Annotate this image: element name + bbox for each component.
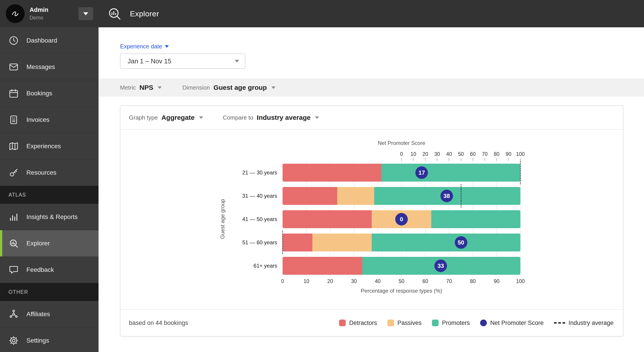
compare-to-label: Compare to [223, 114, 253, 121]
sidebar-item-experiences[interactable]: Experiences [0, 133, 98, 160]
map-icon [8, 141, 19, 151]
sidebar-section-atlas: ATLAS [0, 186, 98, 204]
industry-average-line [520, 161, 521, 184]
bar-segment-detractors [282, 187, 337, 205]
nps-axis-tick-label: 80 [494, 151, 500, 157]
pct-axis-tick-label: 0 [281, 278, 284, 284]
nps-axis-tick [449, 158, 449, 161]
nps-axis-tick [473, 158, 473, 161]
sidebar-item-messages[interactable]: Messages [0, 54, 98, 80]
bookings-count-note: based on 44 bookings [129, 320, 188, 326]
bar-segment-promoters [372, 234, 520, 252]
compare-to-value: Industry average [257, 114, 310, 121]
nps-axis-tick-label: 30 [434, 151, 440, 157]
bar-segment-promoters [381, 164, 520, 182]
graph-type-dropdown[interactable]: Graph type Aggregate [129, 114, 203, 121]
metric-label: Metric [120, 84, 136, 91]
plot-area: 173805033 [282, 161, 520, 277]
sidebar-item-label: Invoices [26, 116, 50, 124]
account-menu-button[interactable] [78, 7, 93, 20]
nps-axis-tick-label: 10 [410, 151, 416, 157]
metric-dimension-bar: Metric NPS Dimension Guest age group [98, 78, 644, 96]
chevron-down-icon [199, 116, 203, 119]
nps-axis-tick [484, 158, 485, 161]
pct-axis-tick-label: 50 [398, 278, 404, 284]
legend-label: Passives [398, 320, 422, 326]
pct-axis-tick-label: 90 [494, 278, 500, 284]
sidebar-item-label: Insights & Reports [26, 214, 78, 220]
user-name: Admin [30, 6, 74, 14]
nps-axis-tick [437, 158, 437, 161]
date-range-select[interactable]: Jan 1 – Nov 15 [120, 54, 246, 69]
bar-row: 17 [282, 164, 520, 182]
nps-axis-tick-label: 50 [458, 151, 464, 157]
sidebar-item-insights-reports[interactable]: Insights & Reports [0, 204, 98, 230]
nps-badge: 0 [395, 213, 408, 226]
user-org: Demo [30, 15, 74, 21]
bar-segment-promoters [431, 210, 520, 228]
pct-axis-tick-label: 60 [422, 278, 428, 284]
legend-item-detractors: Detractors [339, 320, 377, 326]
brand-signature-icon [10, 8, 21, 20]
sidebar-item-feedback[interactable]: Feedback [0, 256, 98, 283]
dimension-dropdown[interactable]: Dimension Guest age group [182, 84, 275, 91]
nps-axis-tick [461, 158, 461, 161]
nps-stacked-bar-chart: Net Promoter Score Guest age group Perce… [120, 130, 623, 309]
compare-to-dropdown[interactable]: Compare to Industry average [223, 114, 319, 121]
invoice-icon [8, 115, 19, 125]
chevron-down-icon [158, 86, 162, 89]
date-filter-toggle[interactable]: Experience date [120, 43, 169, 50]
nps-axis-tick [401, 158, 402, 161]
date-range-value: Jan 1 – Nov 15 [128, 58, 171, 65]
bar-segment-detractors [282, 164, 381, 182]
legend-item-nps: Net Promoter Score [480, 320, 544, 326]
sidebar-item-label: Resources [26, 169, 56, 176]
sidebar-item-label: Settings [26, 337, 49, 344]
bar-segment-passives [337, 187, 374, 205]
sidebar-item-label: Explorer [26, 240, 50, 247]
dashed-line-icon [554, 322, 565, 324]
app-root: Admin Demo Dashboard Messages Bookings [0, 0, 644, 352]
pct-axis-tick-label: 20 [327, 278, 333, 284]
nps-axis-tick-label: 20 [422, 151, 428, 157]
category-label: 41 — 50 years [183, 216, 277, 222]
sidebar-item-explorer[interactable]: Explorer [0, 230, 98, 256]
chevron-down-icon [165, 45, 169, 48]
sidebar-item-invoices[interactable]: Invoices [0, 106, 98, 133]
nps-badge: 17 [416, 166, 428, 179]
sidebar: Admin Demo Dashboard Messages Bookings [0, 0, 98, 352]
bar-row: 50 [282, 234, 520, 252]
metric-dropdown[interactable]: Metric NPS [120, 84, 162, 91]
user-account-block: Admin Demo [0, 0, 98, 27]
industry-average-line [282, 231, 283, 254]
nps-axis-tick-label: 40 [446, 151, 452, 157]
dimension-label: Dimension [182, 84, 210, 91]
pct-axis-tick-label: 70 [446, 278, 452, 284]
chart-options-bar: Graph type Aggregate Compare to Industry… [120, 106, 623, 130]
sidebar-item-bookings[interactable]: Bookings [0, 80, 98, 106]
main-area: Explorer Experience date Jan 1 – Nov 15 … [98, 0, 644, 352]
legend-label: Promoters [442, 320, 470, 326]
category-label: 61+ years [183, 263, 277, 269]
nps-badge: 38 [440, 190, 453, 202]
gear-icon [8, 336, 19, 346]
legend-label: Net Promoter Score [490, 320, 544, 326]
category-label: 21 — 30 years [183, 170, 277, 176]
key-icon [8, 168, 19, 178]
sidebar-item-settings[interactable]: Settings [0, 327, 98, 352]
date-filter-label: Experience date [120, 43, 162, 50]
bar-chart-icon [8, 212, 19, 222]
nps-axis-tick [425, 158, 426, 161]
nps-axis-tick-label: 100 [516, 151, 525, 157]
chevron-down-icon [315, 116, 319, 119]
calendar-icon [8, 88, 19, 98]
sidebar-item-label: Affiliates [26, 310, 50, 318]
legend-item-industry-average: Industry average [554, 320, 614, 326]
sidebar-item-resources[interactable]: Resources [0, 160, 98, 186]
content: Experience date Jan 1 – Nov 15 Metric NP… [98, 27, 644, 352]
sidebar-item-affiliates[interactable]: Affiliates [0, 301, 98, 327]
page-header: Explorer [98, 0, 644, 27]
explorer-icon [8, 238, 19, 248]
sidebar-item-dashboard[interactable]: Dashboard [0, 27, 98, 54]
legend-label: Industry average [568, 320, 614, 326]
